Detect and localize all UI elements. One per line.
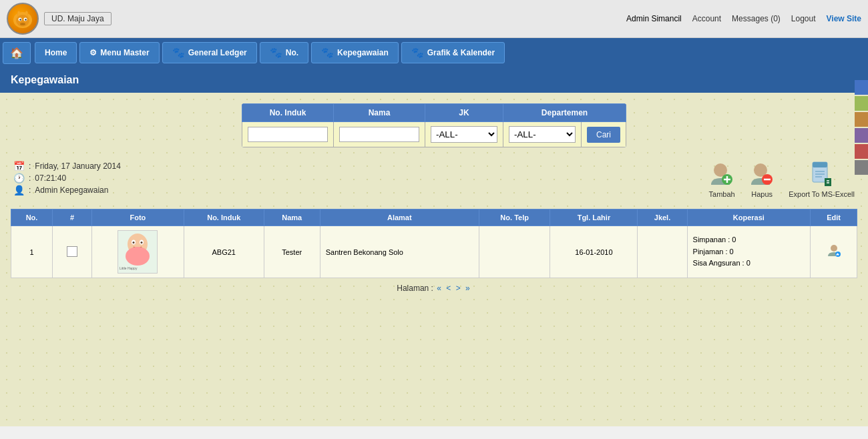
filter-col-no-induk: No. Induk: [242, 104, 333, 122]
color-sidebar: [855, 80, 868, 175]
export-label: Export To MS-Excell: [789, 190, 855, 198]
col-no: No.: [11, 209, 53, 226]
nav-kepegawaian[interactable]: 🐾 Kepegawaian: [311, 42, 399, 63]
color-swatch-blue[interactable]: [855, 80, 868, 95]
filter-no-induk-cell: [242, 122, 333, 147]
nav-menu-master[interactable]: ⚙ Menu Master: [79, 42, 159, 63]
date-line: 📅 : Friday, 17 January 2014: [13, 161, 121, 171]
main-nav: 🏠 Home ⚙ Menu Master 🐾 General Ledger 🐾 …: [0, 38, 868, 67]
logout-link[interactable]: Logout: [791, 14, 816, 23]
view-site-link[interactable]: View Site: [827, 14, 861, 23]
pagination-label: Halaman :: [397, 284, 433, 293]
table-row: 1: [11, 226, 857, 278]
filter-col-nama: Nama: [333, 104, 425, 122]
tambah-button[interactable]: Tambah: [708, 161, 735, 198]
export-button[interactable]: Export To MS-Excell: [789, 161, 855, 198]
menu-master-icon: ⚙: [89, 48, 97, 57]
filter-col-jk: JK: [425, 104, 503, 122]
home-nav-label: Home: [45, 48, 67, 57]
svg-point-6: [19, 19, 21, 20]
svg-point-31: [831, 245, 837, 252]
pinjaman-value: Pinjaman : 0: [693, 248, 734, 256]
simpanan-value: Simpanan : 0: [693, 236, 736, 244]
filter-departemen-select[interactable]: -ALL-: [509, 126, 576, 143]
menu-master-label: Menu Master: [100, 48, 149, 57]
account-link[interactable]: Account: [692, 14, 721, 23]
logo-area: UD. Maju Jaya: [7, 3, 112, 35]
row-checkbox-cell[interactable]: [53, 226, 92, 278]
svg-point-28: [141, 242, 143, 244]
row-koperasi: Simpanan : 0 Pinjaman : 0 Sisa Angsuran …: [687, 226, 811, 278]
nav-home[interactable]: Home: [35, 42, 77, 63]
row-no: 1: [11, 226, 53, 278]
row-edit[interactable]: [811, 226, 857, 278]
grafik-label: Grafik & Kalender: [427, 48, 495, 57]
pagination-first[interactable]: «: [437, 284, 441, 293]
filter-jk-select[interactable]: -ALL- Laki-laki Perempuan: [431, 126, 497, 143]
messages-link[interactable]: Messages (0): [732, 14, 781, 23]
filter-no-induk-input[interactable]: [248, 127, 328, 142]
filter-jk-cell: -ALL- Laki-laki Perempuan: [425, 122, 503, 147]
color-swatch-green[interactable]: [855, 96, 868, 111]
general-ledger-label: General Ledger: [188, 48, 247, 57]
nav-general-ledger[interactable]: 🐾 General Ledger: [162, 42, 257, 63]
cari-button[interactable]: Cari: [587, 127, 620, 143]
filter-nama-input[interactable]: [339, 127, 419, 142]
grafik-icon: 🐾: [411, 47, 424, 59]
row-no-induk: ABG21: [184, 226, 264, 278]
filter-table: No. Induk Nama JK Departemen -: [242, 103, 626, 147]
user-value: Admin Kepegawaian: [35, 185, 108, 195]
filter-nama-cell: [333, 122, 425, 147]
top-header: UD. Maju Jaya Admin Simancil Account Mes…: [0, 0, 868, 38]
color-swatch-purple[interactable]: [855, 128, 868, 143]
kepegawaian-icon: 🐾: [321, 47, 334, 59]
company-name: UD. Maju Jaya: [44, 12, 112, 25]
main-area: No. Induk Nama JK Departemen -: [0, 93, 868, 426]
logo-icon: [10, 6, 35, 31]
filter-departemen-cell: -ALL-: [503, 122, 581, 147]
row-checkbox[interactable]: [67, 246, 77, 257]
nav-grafik-kalender[interactable]: 🐾 Grafik & Kalender: [401, 42, 505, 63]
pagination-next[interactable]: >: [456, 284, 461, 293]
home-button[interactable]: 🏠: [3, 42, 31, 64]
hapus-button[interactable]: Hapus: [748, 161, 775, 198]
inventory-icon: 🐾: [270, 47, 282, 59]
action-buttons: Tambah Hapus: [708, 161, 855, 198]
top-nav: Admin Simancil Account Messages (0) Logo…: [626, 14, 861, 23]
nav-inventory[interactable]: 🐾 No.: [260, 42, 308, 63]
pagination: Halaman : « < > »: [11, 284, 857, 293]
pagination-last[interactable]: »: [465, 284, 470, 293]
logo: [7, 3, 39, 35]
general-ledger-icon: 🐾: [172, 47, 185, 59]
col-no-induk: No. Induk: [184, 209, 264, 226]
filter-col-departemen: Departemen: [503, 104, 626, 122]
hapus-icon: [748, 161, 775, 187]
date-icon: 📅: [13, 161, 25, 171]
edit-icon: [827, 243, 841, 258]
color-swatch-red[interactable]: [855, 144, 868, 159]
date-value: Friday, 17 January 2014: [35, 161, 121, 171]
row-tgl-lahir: 16-01-2010: [550, 226, 638, 278]
baby-photo-image: Little Happy: [118, 231, 157, 273]
svg-rect-17: [813, 162, 827, 167]
row-foto: Little Happy: [92, 226, 184, 278]
user-separator: :: [29, 185, 31, 195]
color-swatch-brown[interactable]: [855, 112, 868, 127]
admin-label: Admin Simancil: [626, 14, 682, 23]
inventory-label: No.: [286, 48, 298, 57]
time-separator: :: [29, 173, 31, 183]
col-no-telp: No. Telp: [479, 209, 550, 226]
pagination-prev[interactable]: <: [446, 284, 451, 293]
color-swatch-gray[interactable]: [855, 160, 868, 175]
angsuran-value: Sisa Angsuran : 0: [693, 259, 750, 267]
edit-button[interactable]: [827, 243, 841, 261]
section-header: Kepegawaian: [0, 67, 868, 93]
user-line: 👤 : Admin Kepegawaian: [13, 185, 121, 195]
section-title: Kepegawaian: [11, 74, 79, 85]
col-edit: Edit: [811, 209, 857, 226]
date-separator: :: [29, 161, 31, 171]
svg-text:Little Happy: Little Happy: [120, 266, 138, 270]
row-alamat: Santren Bekonang Solo: [320, 226, 479, 278]
col-jkel: Jkel.: [638, 209, 687, 226]
data-table: No. # Foto No. Induk Nama Alamat No. Tel…: [11, 209, 857, 278]
